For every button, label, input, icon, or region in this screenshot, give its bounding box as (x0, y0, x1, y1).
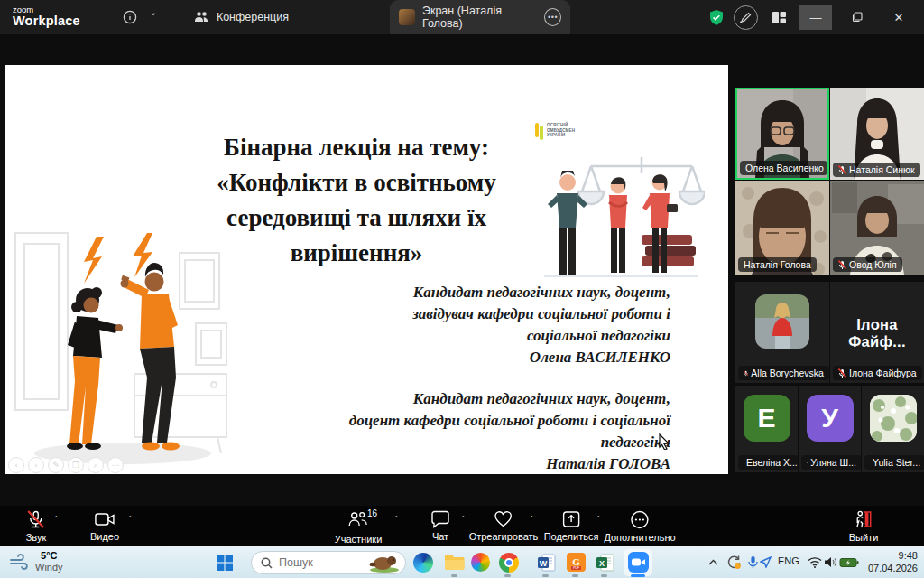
prev-slide-icon[interactable]: ‹ (8, 457, 24, 473)
tab-screen-label: Экран (Наталія Голова) (422, 5, 537, 30)
mic-muted-icon (744, 368, 748, 378)
location-in-use-tray-icon[interactable] (754, 551, 777, 573)
weather-condition: Windy (35, 562, 63, 573)
participants-icon (348, 510, 368, 528)
leave-button[interactable]: Выйти (849, 510, 879, 543)
avatar-initial: У (807, 395, 854, 442)
audio-button[interactable]: Звук (26, 510, 47, 543)
zoom-app-indicator (631, 574, 645, 577)
mic-muted-icon (838, 165, 846, 175)
word-icon[interactable]: W (535, 551, 558, 573)
share-options-chevron[interactable]: ˄ (596, 515, 601, 524)
security-shield-icon[interactable] (708, 9, 725, 26)
tab-screen-share[interactable]: Экран (Наталія Голова) ••• (390, 0, 570, 34)
react-options-chevron[interactable]: ˄ (530, 515, 534, 524)
search-input[interactable] (279, 556, 363, 569)
file-explorer-icon[interactable] (443, 551, 466, 573)
participants-count: 16 (367, 508, 377, 518)
participant-name-badge: Овод Юлія (833, 257, 902, 272)
close-button[interactable]: ✕ (882, 5, 915, 30)
weather-widget[interactable]: 5°C Windy (9, 550, 63, 573)
video-tile-ovod-yulia[interactable]: Овод Юлія (830, 181, 924, 275)
tray-chevron-up[interactable] (702, 551, 725, 573)
tile-uliana[interactable]: У Уляна Ш... (799, 386, 861, 472)
participants-panel: Олена Василенко Наталія Синюк (735, 88, 924, 523)
language-indicator[interactable]: ENG (778, 555, 799, 566)
pdf-gear-icon[interactable]: GPDF (565, 551, 587, 573)
share-button[interactable]: Поделиться (544, 510, 599, 542)
tab-options-icon[interactable]: ••• (544, 8, 561, 26)
participants-options-chevron[interactable]: ˄ (394, 515, 399, 524)
video-tile-natalia-holova[interactable]: Наталія Голова (735, 181, 829, 275)
chat-icon (430, 510, 450, 528)
tile-ilona-faifura[interactable]: Ілона Файф... Ілона Файфура (830, 282, 924, 383)
chrome-icon[interactable] (497, 551, 520, 573)
layout-view-icon[interactable] (767, 5, 790, 29)
mic-muted-icon (838, 368, 846, 378)
slide-overview-icon[interactable]: ❐ (68, 457, 84, 473)
edge-icon[interactable] (411, 551, 434, 573)
presentation-controls: ‹ › ✎ ❐ ⌕ ⋯ (8, 457, 124, 473)
justice-discussion-illustration (535, 148, 705, 284)
shared-screen-slide: Бінарна лекція на тему: «Конфлікти в осв… (5, 65, 728, 474)
search-doodle-beaver (369, 553, 400, 573)
pen-tool-icon[interactable]: ✎ (48, 457, 64, 473)
minimize-button[interactable]: — (799, 5, 832, 30)
mic-muted-icon (838, 260, 846, 270)
more-options-icon[interactable]: ⋯ (107, 457, 124, 473)
tray-date: 07.04.2026 (868, 563, 918, 575)
participant-display-name: Ілона Файф... (830, 316, 924, 350)
maximize-button[interactable] (841, 5, 873, 30)
participant-name-badge: Евеліна Х... (738, 455, 798, 470)
excel-icon[interactable]: X (594, 551, 616, 573)
video-options-chevron[interactable]: ˄ (128, 515, 133, 524)
ombudsman-logo: ОСВІТНІЙ ОМБУДСМЕН УКРАЇНИ (535, 123, 575, 140)
taskbar-search[interactable] (251, 551, 406, 574)
svg-text:W: W (539, 558, 547, 567)
heart-icon (494, 510, 513, 528)
zoom-app-icon[interactable] (627, 551, 650, 573)
tab-conference-label: Конференция (217, 11, 289, 23)
start-button[interactable] (213, 551, 236, 573)
tray-time: 9:48 (868, 550, 918, 563)
meeting-stage: Бінарна лекція на тему: «Конфлікти в осв… (0, 34, 924, 506)
battery-icon[interactable] (837, 551, 860, 573)
info-icon[interactable] (118, 5, 142, 29)
avatar (755, 294, 809, 349)
tile-evelina[interactable]: Е Евеліна Х... (735, 386, 798, 472)
audio-options-chevron[interactable]: ˄ (54, 515, 59, 524)
avatar (399, 9, 415, 25)
tile-alla-borychevska[interactable]: Alla Borychevska (735, 282, 829, 383)
chat-options-chevron[interactable]: ˄ (461, 515, 466, 524)
svg-text:G: G (572, 556, 580, 567)
tile-yulia-ster[interactable]: Yulia Ster... (862, 386, 924, 472)
video-tile-natalia-syniuk[interactable]: Наталія Синюк (830, 88, 924, 180)
avatar-floral (870, 395, 917, 442)
chevron-down-icon[interactable]: ˅ (142, 5, 165, 29)
copilot-icon[interactable] (469, 551, 492, 573)
tab-conference[interactable]: Конференция (185, 0, 298, 34)
mic-muted-icon (26, 510, 46, 529)
leave-meeting-icon (854, 510, 873, 529)
more-button[interactable]: Дополнительно (604, 510, 675, 543)
next-slide-icon[interactable]: › (28, 457, 44, 473)
clock-widget[interactable]: 9:48 07.04.2026 (868, 550, 918, 575)
more-ellipsis-icon (630, 510, 649, 529)
slide-speakers-text: Кандидат педагогічних наук, доцент, заві… (347, 282, 670, 475)
svg-text:PDF: PDF (573, 566, 580, 570)
video-tile-olena-vasylenko[interactable]: Олена Василенко (735, 88, 829, 180)
chat-button[interactable]: Чат (430, 510, 450, 542)
logo-workplace-text: Workplace (13, 14, 80, 28)
people-icon (194, 11, 209, 23)
svg-text:X: X (598, 558, 604, 567)
participant-name-badge: Ілона Файфура (833, 366, 922, 380)
annotate-pen-icon[interactable] (734, 5, 758, 30)
react-button[interactable]: Отреагировать (469, 510, 539, 542)
mouse-cursor (659, 434, 670, 450)
zoom-tool-icon[interactable]: ⌕ (88, 457, 104, 473)
participants-button[interactable]: 16 Участники (335, 510, 383, 545)
video-button[interactable]: Видео (90, 510, 119, 542)
weather-temp: 5°C (35, 550, 63, 562)
participant-name-badge: Alla Borychevska (738, 366, 829, 380)
participant-name-badge: Уляна Ш... (801, 455, 861, 470)
